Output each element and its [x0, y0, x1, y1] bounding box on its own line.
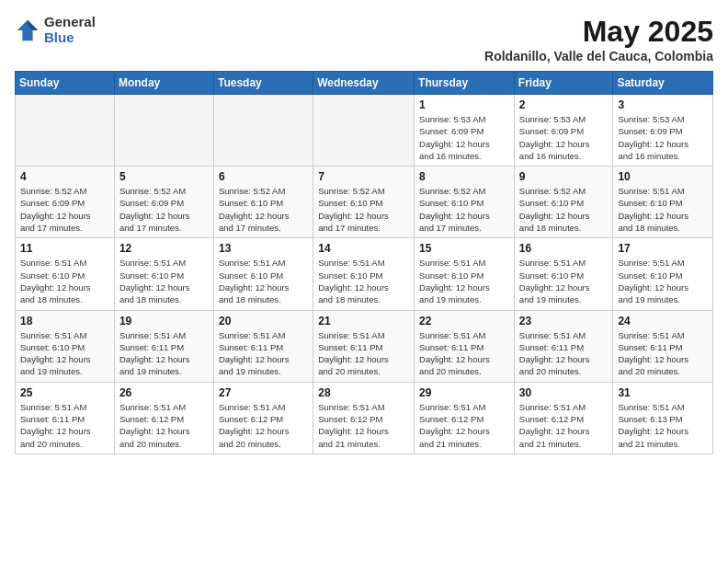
calendar-cell: [213, 95, 313, 167]
weekday-header-saturday: Saturday: [613, 72, 713, 95]
calendar-cell: [114, 95, 213, 167]
day-number: 9: [519, 170, 609, 183]
logo-general-text: General: [44, 15, 96, 30]
calendar-cell: 13Sunrise: 5:51 AM Sunset: 6:10 PM Dayli…: [213, 238, 313, 310]
cell-info: Sunrise: 5:52 AM Sunset: 6:10 PM Dayligh…: [519, 185, 609, 234]
cell-info: Sunrise: 5:51 AM Sunset: 6:10 PM Dayligh…: [618, 257, 708, 305]
cell-info: Sunrise: 5:51 AM Sunset: 6:11 PM Dayligh…: [119, 329, 209, 378]
day-number: 2: [519, 98, 609, 111]
calendar-week-row: 18Sunrise: 5:51 AM Sunset: 6:10 PM Dayli…: [16, 310, 713, 382]
calendar-cell: 2Sunrise: 5:53 AM Sunset: 6:09 PM Daylig…: [514, 95, 613, 167]
cell-info: Sunrise: 5:52 AM Sunset: 6:09 PM Dayligh…: [119, 185, 209, 234]
day-number: 8: [419, 170, 509, 183]
cell-info: Sunrise: 5:51 AM Sunset: 6:12 PM Dayligh…: [119, 401, 209, 450]
calendar-table: SundayMondayTuesdayWednesdayThursdayFrid…: [15, 71, 713, 454]
cell-info: Sunrise: 5:51 AM Sunset: 6:11 PM Dayligh…: [219, 329, 308, 378]
day-number: 11: [20, 242, 109, 255]
day-number: 6: [219, 170, 308, 183]
day-number: 30: [519, 386, 609, 399]
day-number: 21: [318, 315, 409, 327]
cell-info: Sunrise: 5:51 AM Sunset: 6:10 PM Dayligh…: [20, 329, 109, 378]
calendar-cell: 24Sunrise: 5:51 AM Sunset: 6:11 PM Dayli…: [613, 310, 713, 382]
calendar-cell: 1Sunrise: 5:53 AM Sunset: 6:09 PM Daylig…: [415, 95, 515, 167]
calendar-cell: 28Sunrise: 5:51 AM Sunset: 6:12 PM Dayli…: [313, 382, 415, 454]
day-number: 1: [419, 98, 509, 111]
cell-info: Sunrise: 5:51 AM Sunset: 6:10 PM Dayligh…: [219, 257, 308, 305]
day-number: 12: [119, 242, 209, 255]
cell-info: Sunrise: 5:51 AM Sunset: 6:10 PM Dayligh…: [419, 257, 509, 305]
calendar-cell: 25Sunrise: 5:51 AM Sunset: 6:11 PM Dayli…: [16, 382, 115, 454]
calendar-cell: 11Sunrise: 5:51 AM Sunset: 6:10 PM Dayli…: [16, 238, 115, 310]
logo: General Blue: [15, 15, 96, 45]
calendar-cell: 17Sunrise: 5:51 AM Sunset: 6:10 PM Dayli…: [613, 238, 713, 310]
calendar-week-row: 4Sunrise: 5:52 AM Sunset: 6:09 PM Daylig…: [16, 167, 713, 238]
cell-info: Sunrise: 5:51 AM Sunset: 6:11 PM Dayligh…: [519, 329, 609, 378]
day-number: 5: [119, 170, 209, 183]
cell-info: Sunrise: 5:52 AM Sunset: 6:10 PM Dayligh…: [419, 185, 509, 234]
calendar-cell: 20Sunrise: 5:51 AM Sunset: 6:11 PM Dayli…: [213, 310, 313, 382]
calendar-week-row: 25Sunrise: 5:51 AM Sunset: 6:11 PM Dayli…: [16, 382, 713, 454]
title-block: May 2025 Roldanillo, Valle del Cauca, Co…: [484, 15, 713, 63]
calendar-cell: 10Sunrise: 5:51 AM Sunset: 6:10 PM Dayli…: [613, 167, 713, 238]
cell-info: Sunrise: 5:51 AM Sunset: 6:12 PM Dayligh…: [219, 401, 308, 450]
cell-info: Sunrise: 5:51 AM Sunset: 6:13 PM Dayligh…: [618, 401, 708, 450]
cell-info: Sunrise: 5:52 AM Sunset: 6:10 PM Dayligh…: [318, 185, 409, 234]
cell-info: Sunrise: 5:53 AM Sunset: 6:09 PM Dayligh…: [419, 113, 509, 162]
calendar-cell: 30Sunrise: 5:51 AM Sunset: 6:12 PM Dayli…: [514, 382, 613, 454]
calendar-cell: 26Sunrise: 5:51 AM Sunset: 6:12 PM Dayli…: [114, 382, 213, 454]
weekday-header-row: SundayMondayTuesdayWednesdayThursdayFrid…: [16, 72, 713, 95]
day-number: 27: [219, 386, 308, 399]
calendar-cell: [16, 95, 115, 167]
calendar-cell: 6Sunrise: 5:52 AM Sunset: 6:10 PM Daylig…: [213, 167, 313, 238]
weekday-header-friday: Friday: [514, 72, 613, 95]
day-number: 31: [618, 386, 708, 399]
calendar-cell: 7Sunrise: 5:52 AM Sunset: 6:10 PM Daylig…: [313, 167, 415, 238]
page-header: General Blue May 2025 Roldanillo, Valle …: [15, 15, 713, 63]
cell-info: Sunrise: 5:51 AM Sunset: 6:12 PM Dayligh…: [318, 401, 409, 450]
logo-text: General Blue: [44, 15, 96, 45]
calendar-cell: 3Sunrise: 5:53 AM Sunset: 6:09 PM Daylig…: [613, 95, 713, 167]
day-number: 17: [618, 242, 708, 255]
weekday-header-monday: Monday: [114, 72, 213, 95]
day-number: 22: [419, 315, 509, 327]
weekday-header-wednesday: Wednesday: [313, 72, 415, 95]
cell-info: Sunrise: 5:51 AM Sunset: 6:12 PM Dayligh…: [519, 401, 609, 450]
calendar-cell: 15Sunrise: 5:51 AM Sunset: 6:10 PM Dayli…: [415, 238, 515, 310]
day-number: 15: [419, 242, 509, 255]
day-number: 29: [419, 386, 509, 399]
day-number: 28: [318, 386, 409, 399]
cell-info: Sunrise: 5:52 AM Sunset: 6:10 PM Dayligh…: [219, 185, 308, 234]
calendar-cell: 4Sunrise: 5:52 AM Sunset: 6:09 PM Daylig…: [16, 167, 115, 238]
cell-info: Sunrise: 5:51 AM Sunset: 6:10 PM Dayligh…: [318, 257, 409, 305]
cell-info: Sunrise: 5:51 AM Sunset: 6:12 PM Dayligh…: [419, 401, 509, 450]
calendar-cell: 31Sunrise: 5:51 AM Sunset: 6:13 PM Dayli…: [613, 382, 713, 454]
calendar-cell: 27Sunrise: 5:51 AM Sunset: 6:12 PM Dayli…: [213, 382, 313, 454]
day-number: 23: [519, 315, 609, 327]
calendar-cell: 18Sunrise: 5:51 AM Sunset: 6:10 PM Dayli…: [16, 310, 115, 382]
cell-info: Sunrise: 5:51 AM Sunset: 6:11 PM Dayligh…: [419, 329, 509, 378]
day-number: 20: [219, 315, 308, 327]
calendar-cell: 8Sunrise: 5:52 AM Sunset: 6:10 PM Daylig…: [415, 167, 515, 238]
calendar-cell: 16Sunrise: 5:51 AM Sunset: 6:10 PM Dayli…: [514, 238, 613, 310]
day-number: 16: [519, 242, 609, 255]
cell-info: Sunrise: 5:51 AM Sunset: 6:11 PM Dayligh…: [618, 329, 708, 378]
cell-info: Sunrise: 5:51 AM Sunset: 6:10 PM Dayligh…: [20, 257, 109, 305]
cell-info: Sunrise: 5:53 AM Sunset: 6:09 PM Dayligh…: [519, 113, 609, 162]
day-number: 13: [219, 242, 308, 255]
calendar-cell: 19Sunrise: 5:51 AM Sunset: 6:11 PM Dayli…: [114, 310, 213, 382]
weekday-header-thursday: Thursday: [415, 72, 515, 95]
day-number: 25: [20, 386, 109, 399]
day-number: 19: [119, 315, 209, 327]
cell-info: Sunrise: 5:52 AM Sunset: 6:09 PM Dayligh…: [20, 185, 109, 234]
day-number: 10: [618, 170, 708, 183]
logo-blue-text: Blue: [44, 30, 96, 46]
month-year-title: May 2025: [484, 15, 713, 49]
calendar-cell: [313, 95, 415, 167]
calendar-cell: 29Sunrise: 5:51 AM Sunset: 6:12 PM Dayli…: [415, 382, 515, 454]
cell-info: Sunrise: 5:53 AM Sunset: 6:09 PM Dayligh…: [618, 113, 708, 162]
weekday-header-tuesday: Tuesday: [213, 72, 313, 95]
location-subtitle: Roldanillo, Valle del Cauca, Colombia: [484, 49, 713, 63]
cell-info: Sunrise: 5:51 AM Sunset: 6:11 PM Dayligh…: [318, 329, 409, 378]
calendar-cell: 21Sunrise: 5:51 AM Sunset: 6:11 PM Dayli…: [313, 310, 415, 382]
day-number: 24: [618, 315, 708, 327]
